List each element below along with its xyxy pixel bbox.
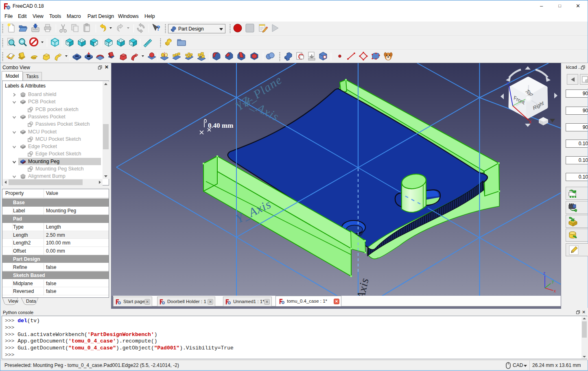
svg-text:View: View: [8, 299, 18, 303]
svg-text:Data: Data: [26, 299, 36, 303]
svg-text:x: x: [529, 119, 531, 124]
svg-text:y: y: [552, 279, 554, 284]
svg-text:_Axis: _Axis: [353, 277, 371, 296]
svg-text:x: x: [554, 289, 556, 293]
svg-text:0.40 mm: 0.40 mm: [208, 122, 233, 129]
svg-text:z: z: [543, 271, 545, 275]
svg-text:z: z: [507, 81, 509, 86]
